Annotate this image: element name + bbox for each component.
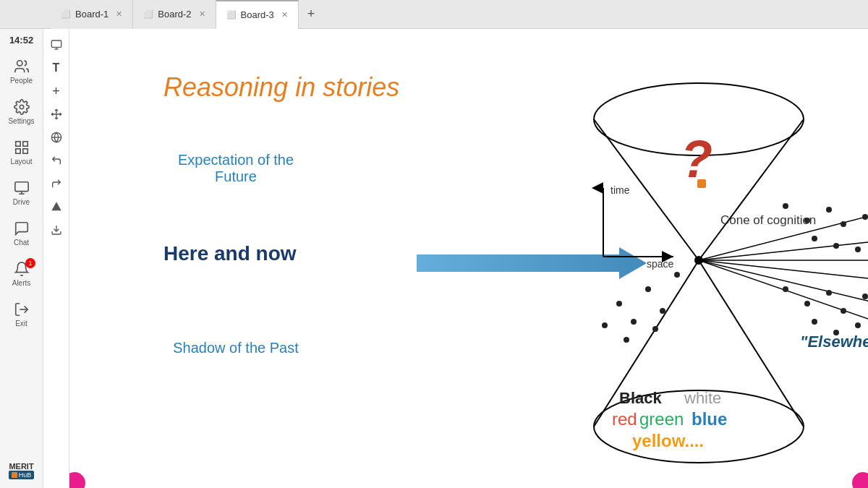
exit-label: Exit xyxy=(15,320,27,328)
tool-text[interactable]: T xyxy=(46,58,67,78)
hub-icon xyxy=(12,472,17,478)
svg-text:time: time xyxy=(610,184,630,196)
chat-label: Chat xyxy=(14,239,29,247)
svg-point-59 xyxy=(660,308,665,314)
svg-point-58 xyxy=(631,319,637,325)
tool-panel: T + xyxy=(43,29,69,488)
tab-board2-label: Board-2 xyxy=(158,9,191,20)
here-now-text: Here and now xyxy=(163,242,297,265)
svg-rect-71 xyxy=(697,179,706,188)
svg-text:Cone of cognition: Cone of cognition xyxy=(720,213,816,227)
add-tab-button[interactable]: + xyxy=(299,0,324,29)
svg-text:space: space xyxy=(647,258,674,270)
svg-point-47 xyxy=(841,308,846,314)
tool-undo[interactable] xyxy=(46,150,67,171)
svg-line-28 xyxy=(699,260,868,282)
tool-download[interactable] xyxy=(46,220,67,240)
canvas-title: Reasoning in stories xyxy=(163,72,399,103)
tab-board1-label: Board-1 xyxy=(75,9,109,20)
svg-point-1 xyxy=(20,105,24,109)
sidebar-item-drive[interactable]: Drive xyxy=(0,173,43,213)
hub-text: HuB xyxy=(19,471,32,479)
people-label: People xyxy=(10,77,33,85)
board1-icon: ⬜ xyxy=(61,9,71,19)
svg-point-55 xyxy=(616,301,622,307)
svg-point-37 xyxy=(812,236,817,241)
svg-point-46 xyxy=(826,290,832,296)
svg-text:?: ? xyxy=(681,130,712,188)
tool-add[interactable]: + xyxy=(46,81,67,101)
svg-rect-4 xyxy=(15,149,20,153)
svg-rect-3 xyxy=(22,142,27,146)
expectation-text: Expectation of the Future xyxy=(163,152,308,185)
sidebar-item-people[interactable]: People xyxy=(0,51,43,92)
sidebar-bottom: MERIT HuB xyxy=(0,462,43,488)
svg-point-33 xyxy=(826,207,832,213)
people-icon xyxy=(14,59,30,74)
svg-text:Black: Black xyxy=(619,389,662,407)
tool-monitor[interactable] xyxy=(46,35,67,55)
sidebar-item-alerts[interactable]: 1 Alerts xyxy=(0,254,43,294)
layout-label: Layout xyxy=(10,158,32,166)
alerts-badge: 1 xyxy=(25,258,35,268)
tab-board1[interactable]: ⬜ Board-1 ✕ xyxy=(51,0,133,29)
svg-point-57 xyxy=(674,272,680,278)
clock: 14:52 xyxy=(9,35,33,46)
tool-move[interactable] xyxy=(46,104,67,124)
tab-board2-close[interactable]: ✕ xyxy=(199,9,205,19)
elsewhere-text: "Elsewhere" xyxy=(800,333,868,351)
svg-point-44 xyxy=(783,286,788,292)
svg-line-30 xyxy=(699,260,868,325)
tab-board3-label: Board-3 xyxy=(241,9,274,20)
tab-board2[interactable]: ⬜ Board-2 ✕ xyxy=(133,0,216,29)
board2-icon: ⬜ xyxy=(143,9,153,19)
svg-line-26 xyxy=(699,239,868,260)
svg-text:green: green xyxy=(639,409,684,429)
hub-badge: HuB xyxy=(9,471,35,479)
svg-point-35 xyxy=(862,214,868,220)
sidebar-item-exit[interactable]: Exit xyxy=(0,294,43,335)
svg-point-52 xyxy=(855,322,861,328)
drive-icon xyxy=(14,180,30,196)
canvas-content: Reasoning in stories Expectation of the … xyxy=(69,29,868,488)
sidebar-item-chat[interactable]: Chat xyxy=(0,213,43,254)
chat-icon xyxy=(14,221,30,236)
svg-point-62 xyxy=(652,326,658,332)
settings-icon xyxy=(14,99,30,115)
svg-point-48 xyxy=(862,294,868,299)
svg-point-0 xyxy=(17,61,22,66)
layout-icon xyxy=(14,140,30,155)
tab-board1-close[interactable]: ✕ xyxy=(116,9,122,19)
svg-rect-6 xyxy=(14,182,27,192)
svg-point-60 xyxy=(602,322,608,328)
board3-icon: ⬜ xyxy=(226,10,237,20)
tab-bar: ⬜ Board-1 ✕ ⬜ Board-2 ✕ ⬜ Board-3 ✕ + xyxy=(0,0,868,29)
svg-point-45 xyxy=(804,301,810,307)
settings-label: Settings xyxy=(8,117,34,125)
svg-point-38 xyxy=(833,243,839,249)
canvas-area[interactable]: Reasoning in stories Expectation of the … xyxy=(69,29,868,488)
svg-rect-10 xyxy=(51,40,61,47)
svg-point-61 xyxy=(624,337,629,343)
main-layout: 14:52 People Settings Layout xyxy=(0,29,868,488)
sidebar: 14:52 People Settings Layout xyxy=(0,29,43,488)
tool-shape[interactable] xyxy=(46,197,67,217)
tab-board3-close[interactable]: ✕ xyxy=(281,10,288,20)
merit-text: MERIT xyxy=(9,462,35,471)
svg-point-31 xyxy=(783,203,788,209)
shadow-text: Shadow of the Past xyxy=(163,340,308,356)
sidebar-item-layout[interactable]: Layout xyxy=(0,132,43,173)
svg-point-56 xyxy=(645,286,651,292)
pink-circle-left xyxy=(69,472,85,488)
svg-point-34 xyxy=(841,221,846,227)
merit-hub-brand: MERIT HuB xyxy=(9,462,35,479)
alerts-label: Alerts xyxy=(12,279,31,287)
tool-redo[interactable] xyxy=(46,174,67,194)
cone-diagram: time space Cone of cognition ? Black whi… xyxy=(475,65,868,484)
sidebar-item-settings[interactable]: Settings xyxy=(0,92,43,132)
svg-text:blue: blue xyxy=(692,409,727,429)
svg-point-50 xyxy=(812,319,817,325)
svg-marker-15 xyxy=(51,202,61,210)
tab-board3[interactable]: ⬜ Board-3 ✕ xyxy=(216,0,299,29)
tool-globe[interactable] xyxy=(46,127,67,147)
